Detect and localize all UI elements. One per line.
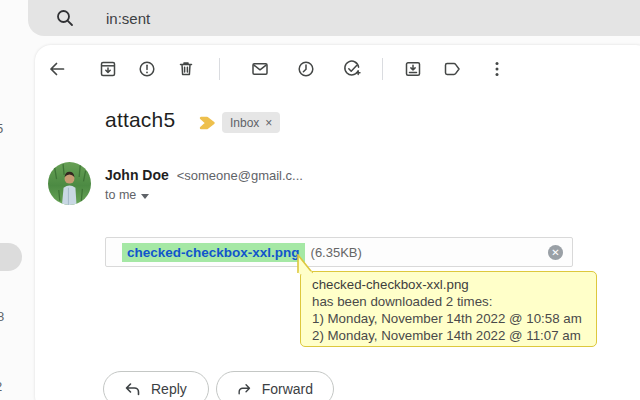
importance-marker-icon[interactable]	[199, 116, 216, 130]
reply-label: Reply	[151, 381, 187, 397]
attachment-row[interactable]: checked-checkbox-xxl.png (6.35KB) ✕	[105, 237, 573, 267]
attachment-remove-icon[interactable]: ✕	[548, 245, 563, 260]
label-chip-inbox[interactable]: Inbox ×	[222, 112, 280, 133]
reply-arrow-icon	[124, 382, 141, 397]
archive-icon[interactable]	[98, 59, 118, 79]
add-to-tasks-icon[interactable]	[342, 59, 362, 79]
sidebar-count-fragment: 8	[0, 309, 4, 324]
tooltip-pointer	[297, 254, 314, 274]
sidebar-chip-fragment[interactable]	[0, 243, 22, 271]
gmail-window: in:sent 5 8 2 attach5	[0, 0, 640, 400]
sender-line: John Doe <someone@gmail.c...	[105, 167, 303, 183]
tooltip-download-1: 1) Monday, November 14th 2022 @ 10:58 am	[312, 310, 590, 327]
forward-button[interactable]: Forward	[216, 371, 334, 400]
sidebar-count-fragment: 5	[0, 121, 3, 136]
search-input[interactable]: in:sent	[106, 10, 150, 27]
back-icon[interactable]	[47, 59, 67, 79]
download-history-tooltip: checked-checkbox-xxl.png has been downlo…	[300, 271, 597, 347]
report-spam-icon[interactable]	[137, 59, 157, 79]
sidebar-count-fragment: 2	[0, 379, 2, 394]
tooltip-download-2: 2) Monday, November 14th 2022 @ 11:07 am	[312, 327, 590, 344]
label-remove-icon[interactable]: ×	[265, 116, 272, 130]
forward-label: Forward	[262, 381, 313, 397]
delete-icon[interactable]	[176, 59, 196, 79]
tooltip-filename: checked-checkbox-xxl.png	[312, 276, 590, 293]
labels-icon[interactable]	[442, 59, 462, 79]
toolbar-divider	[382, 58, 383, 80]
snooze-icon[interactable]	[296, 59, 316, 79]
label-chip-text: Inbox	[230, 116, 259, 130]
tooltip-summary: has been downloaded 2 times:	[312, 293, 590, 310]
recipient-label: to me	[105, 188, 136, 202]
move-to-icon[interactable]	[403, 59, 423, 79]
email-subject: attach5	[105, 108, 175, 132]
mark-unread-icon[interactable]	[250, 59, 270, 79]
chevron-down-icon	[141, 194, 149, 199]
attachment-filename-link[interactable]: checked-checkbox-xxl.png	[122, 243, 305, 262]
sender-name[interactable]: John Doe	[105, 167, 169, 183]
search-bar[interactable]: in:sent	[28, 0, 640, 36]
more-icon[interactable]	[487, 59, 507, 79]
attachment-size: (6.35KB)	[311, 245, 362, 260]
search-icon[interactable]	[54, 7, 76, 29]
toolbar-divider	[219, 58, 220, 80]
sender-email: <someone@gmail.c...	[177, 168, 303, 183]
recipient-dropdown[interactable]: to me	[105, 188, 149, 202]
forward-arrow-icon	[237, 382, 252, 397]
reply-button[interactable]: Reply	[103, 371, 209, 400]
avatar[interactable]	[48, 162, 91, 205]
